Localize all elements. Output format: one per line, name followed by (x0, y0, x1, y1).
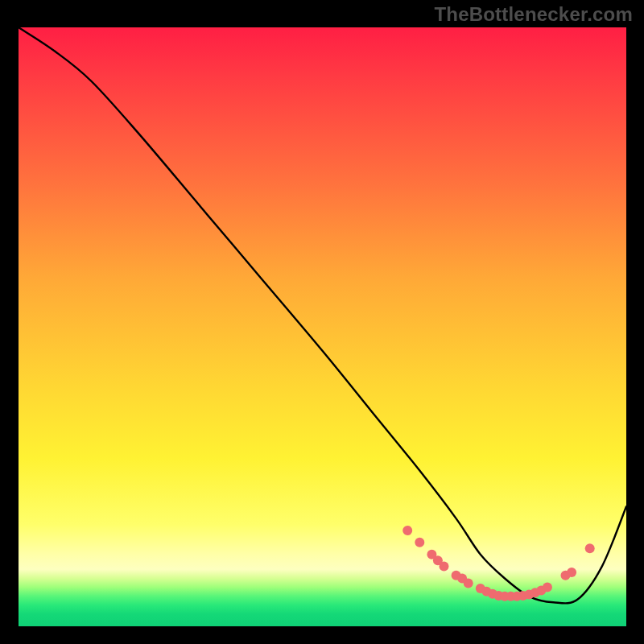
watermark-text: TheBottlenecker.com (434, 3, 633, 26)
highlight-point (464, 578, 473, 588)
highlight-point (585, 543, 595, 553)
chart-frame: TheBottlenecker.com (0, 0, 644, 644)
highlight-point (567, 568, 576, 577)
highlight-point (402, 526, 412, 535)
highlight-point (440, 562, 449, 572)
highlight-point (543, 583, 552, 592)
plot-area (19, 27, 626, 626)
bottleneck-curve-path (19, 27, 626, 603)
highlight-markers (402, 526, 595, 601)
highlight-point (415, 538, 424, 547)
chart-svg (19, 27, 626, 626)
